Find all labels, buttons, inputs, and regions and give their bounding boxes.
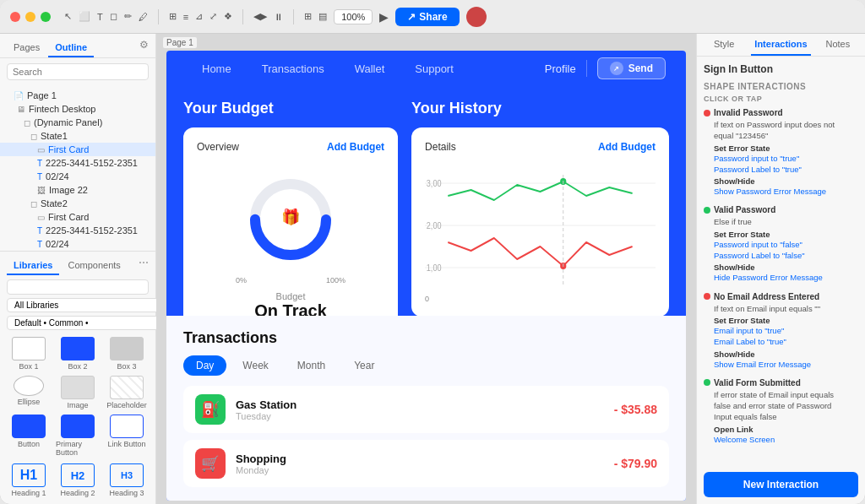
play-presentation-icon[interactable]: ▶	[379, 10, 389, 24]
app-content: Your Budget Overview Add Budget	[166, 86, 686, 501]
expand-icon[interactable]: ⤢	[209, 11, 217, 22]
valid-form-link1[interactable]: Welcome Screen	[714, 434, 858, 445]
share-button[interactable]: ↗ Share	[395, 8, 459, 26]
component-box1[interactable]: Box 1	[7, 337, 51, 371]
tree-item-image-1[interactable]: 🖼 Image 22	[0, 183, 155, 197]
component-placeholder[interactable]: Placeholder	[105, 376, 149, 409]
component-primary-button[interactable]: Primary Button	[56, 415, 100, 457]
frame-icon[interactable]: ⬜	[79, 11, 90, 22]
fullscreen-button[interactable]	[41, 12, 51, 22]
new-interaction-button[interactable]: New Interaction	[704, 472, 858, 497]
library-search-input[interactable]	[7, 279, 149, 295]
trans-tab-week[interactable]: Week	[230, 355, 280, 376]
nav-transactions[interactable]: Transactions	[247, 51, 340, 86]
tree-item-dynamic-panel[interactable]: ◻ (Dynamic Panel)	[0, 116, 155, 129]
zoom-control[interactable]: 100%	[334, 9, 373, 24]
library-search-area	[0, 275, 155, 298]
nav-support[interactable]: Support	[400, 51, 469, 86]
user-avatar[interactable]	[466, 7, 487, 27]
valid-password-action1: Set Error State	[714, 230, 858, 239]
send-button[interactable]: ↗ Send	[597, 57, 666, 79]
component-image[interactable]: Image	[56, 376, 100, 409]
text-icon[interactable]: T	[97, 12, 103, 22]
layout-icon[interactable]: ▤	[318, 11, 327, 22]
heading3-component[interactable]: H3 Heading 3	[105, 463, 149, 497]
invalid-password-link3[interactable]: Show Password Error Message	[714, 186, 858, 197]
transaction-row-gas: ⛽ Gas Station Tuesday - $35.88	[183, 386, 669, 433]
valid-form-line1: If error state of Email input equals	[714, 389, 858, 400]
library-more-icon[interactable]: ⋯	[139, 257, 149, 275]
tree-item-date-1[interactable]: T 02/24	[0, 170, 155, 183]
component-link-button[interactable]: Link Button	[105, 415, 149, 457]
invalid-password-link1[interactable]: Password input to "true"	[714, 153, 858, 164]
heading-grid: H1 Heading 1 H2 Heading 2 H3 Heading 3	[0, 460, 155, 504]
shape-icon[interactable]: ◻	[110, 11, 117, 22]
component-button[interactable]: Button	[7, 415, 51, 457]
default-common-dropdown[interactable]: Default • Common •	[7, 316, 162, 330]
trans-tab-year[interactable]: Year	[341, 355, 387, 376]
component-icon[interactable]: ❖	[224, 11, 232, 22]
valid-password-link1[interactable]: Password input to "false"	[714, 239, 858, 250]
tree-item-first-card-1[interactable]: ▭ First Card	[0, 143, 155, 156]
tree-item-date-2[interactable]: T 02/24	[0, 237, 155, 251]
tree-item-state2[interactable]: ◻ State2	[0, 197, 155, 210]
right-tab-interactions[interactable]: Interactions	[751, 34, 810, 56]
no-email-link2[interactable]: Email Label to "true"	[714, 336, 858, 347]
columns-icon[interactable]: ⊞	[304, 11, 312, 22]
invalid-password-dot	[704, 110, 710, 117]
grid-icon[interactable]: ⊞	[169, 11, 177, 22]
svg-text:1,00: 1,00	[427, 263, 442, 274]
valid-password-action2: Show/Hide	[714, 263, 858, 272]
canvas-area[interactable]: Page 1 Home Transactions Wallet Support …	[156, 34, 696, 504]
invalid-password-link2[interactable]: Password Label to "true"	[714, 164, 858, 175]
sidebar-settings-icon[interactable]: ⚙	[139, 39, 149, 57]
canvas-page-label: Page 1	[163, 37, 197, 48]
cursor-icon[interactable]: ↖	[64, 11, 72, 22]
trans-tab-day[interactable]: Day	[183, 355, 226, 376]
sidebar-search-input[interactable]	[7, 63, 149, 80]
donut-icon: 🎁	[281, 208, 300, 226]
close-button[interactable]	[10, 12, 20, 22]
budget-tab-overview[interactable]: Overview	[197, 141, 239, 153]
valid-password-link3[interactable]: Hide Password Error Message	[714, 272, 858, 283]
no-email-link3[interactable]: Show Email Error Message	[714, 359, 858, 370]
heading2-component[interactable]: H2 Heading 2	[56, 463, 100, 497]
add-history-link[interactable]: Add Budget	[598, 141, 656, 153]
nav-home[interactable]: Home	[187, 51, 247, 86]
play-icon[interactable]: ◀▶	[253, 11, 267, 22]
components-tab[interactable]: Components	[61, 257, 127, 275]
pen-icon[interactable]: ✏	[124, 11, 132, 22]
all-libraries-dropdown[interactable]: All Libraries	[7, 298, 162, 312]
component-box2[interactable]: Box 2	[56, 337, 100, 371]
tree-item-fintech[interactable]: 🖥 Fintech Desktop	[0, 102, 155, 116]
tree-item-first-card-2[interactable]: ▭ First Card	[0, 210, 155, 224]
svg-text:3,00: 3,00	[427, 179, 442, 189]
align-icon[interactable]: ≡	[183, 12, 188, 22]
libraries-tab[interactable]: Libraries	[7, 257, 59, 275]
component-box3[interactable]: Box 3	[105, 337, 149, 371]
pause-icon[interactable]: ⏸	[274, 12, 283, 22]
heading1-component[interactable]: H1 Heading 1	[7, 463, 51, 497]
minimize-button[interactable]	[25, 12, 35, 22]
nav-profile[interactable]: Profile	[535, 62, 586, 75]
interaction-valid-form: Valid Form Submitted If error state of E…	[704, 378, 858, 445]
history-tab-details[interactable]: Details	[425, 141, 456, 153]
component-ellipse[interactable]: Ellipse	[7, 376, 51, 409]
valid-password-link2[interactable]: Password Label to "false"	[714, 250, 858, 261]
no-email-link1[interactable]: Email input to "true"	[714, 325, 858, 336]
trans-tab-month[interactable]: Month	[285, 355, 338, 376]
transaction-gas-info: Gas Station Tuesday	[236, 398, 604, 421]
right-tab-style[interactable]: Style	[697, 34, 751, 56]
tree-item-card-number-2[interactable]: T 2225-3441-5152-2351	[0, 224, 155, 237]
right-tab-notes[interactable]: Notes	[811, 34, 865, 56]
transaction-tabs: Day Week Month Year	[183, 355, 669, 376]
nav-wallet[interactable]: Wallet	[340, 51, 400, 86]
sidebar-tab-pages[interactable]: Pages	[7, 39, 46, 57]
add-budget-link[interactable]: Add Budget	[327, 141, 384, 153]
marker-icon[interactable]: 🖊	[139, 12, 148, 22]
filter-icon[interactable]: ⊿	[195, 11, 203, 22]
tree-item-state1[interactable]: ◻ State1	[0, 129, 155, 143]
tree-item-page1[interactable]: 📄 Page 1	[0, 89, 155, 102]
sidebar-tab-outline[interactable]: Outline	[48, 39, 94, 57]
tree-item-card-number-1[interactable]: T 2225-3441-5152-2351	[0, 156, 155, 170]
